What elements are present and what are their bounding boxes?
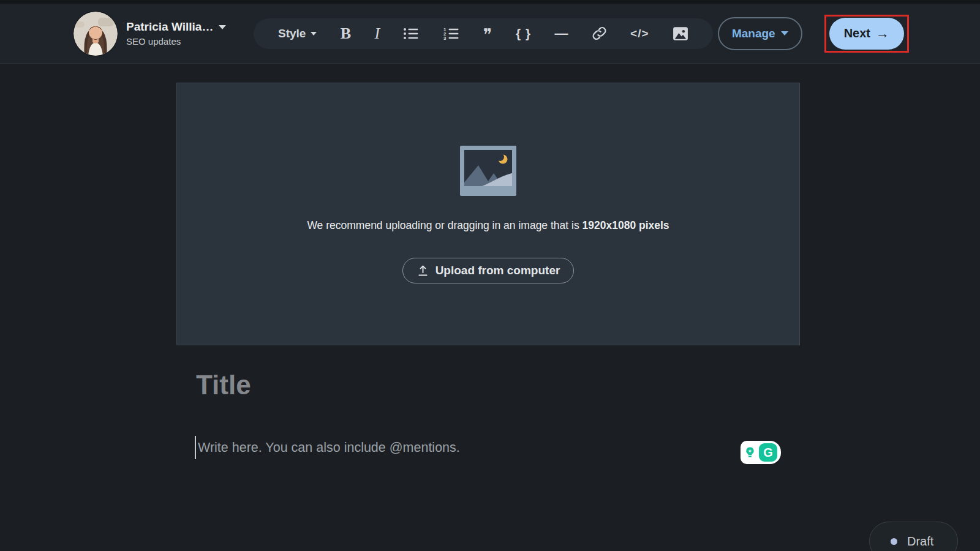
code-snippet-button[interactable]: { } [516,27,531,40]
chevron-down-icon [781,31,788,36]
upload-from-computer-button[interactable]: Upload from computer [402,258,575,283]
bullet-list-icon [403,26,420,41]
image-placeholder-icon [460,146,516,196]
next-button[interactable]: Next → [829,18,904,50]
author-name: Patricia Willia… [126,20,213,34]
cover-image-dropzone[interactable]: We recommend uploading or dragging in an… [176,83,800,345]
chevron-down-icon [219,25,226,29]
chevron-down-icon [311,32,317,36]
image-icon [673,26,688,41]
body-placeholder: Write here. You can also include @mentio… [198,440,460,455]
bullet-list-button[interactable] [403,26,420,41]
upload-recommendation-dimensions: 1920x1080 pixels [582,219,669,231]
link-button[interactable] [592,26,607,41]
upload-recommendation: We recommend uploading or dragging in an… [307,219,669,232]
body-input[interactable]: Write here. You can also include @mentio… [195,436,460,459]
manage-label: Manage [732,27,775,40]
avatar-image [74,12,118,56]
next-label: Next [844,26,870,40]
grammarly-g-icon: G [759,443,777,462]
editor-header: Patricia Willia… SEO updates Style B I 1 [0,0,980,64]
text-cursor [195,436,196,459]
image-button[interactable] [673,26,688,41]
divider-button[interactable]: — [554,27,568,40]
grammarly-widget[interactable]: G [741,441,781,464]
bold-button[interactable]: B [341,26,351,42]
next-button-highlight-annotation: Next → [824,15,909,53]
draft-label: Draft [907,534,933,549]
link-icon [592,26,607,41]
italic-button[interactable]: I [374,26,380,42]
title-input[interactable]: Title [196,370,251,400]
status-dot-icon [891,538,897,545]
style-label: Style [278,28,306,39]
svg-text:3: 3 [443,36,447,41]
numbered-list-icon: 1 2 3 [443,26,460,41]
embed-button[interactable]: </> [630,28,649,39]
numbered-list-button[interactable]: 1 2 3 [443,26,460,41]
author-selector[interactable]: Patricia Willia… SEO updates [126,20,236,47]
avatar[interactable] [74,12,118,56]
grammarly-suggestion-bulb-icon [743,446,757,460]
window-top-edge [0,0,980,4]
manage-button[interactable]: Manage [718,17,802,50]
draft-status-badge: Draft [869,522,958,551]
author-audience: SEO updates [126,36,236,47]
upload-recommendation-text: We recommend uploading or dragging in an… [307,219,582,231]
upload-button-label: Upload from computer [435,264,560,277]
arrow-right-icon: → [876,26,889,42]
style-dropdown-button[interactable]: Style [278,28,317,39]
quote-button[interactable]: ❞ [483,27,492,43]
upload-icon [417,264,429,277]
formatting-toolbar: Style B I 1 2 3 ❞ { } [254,18,713,49]
